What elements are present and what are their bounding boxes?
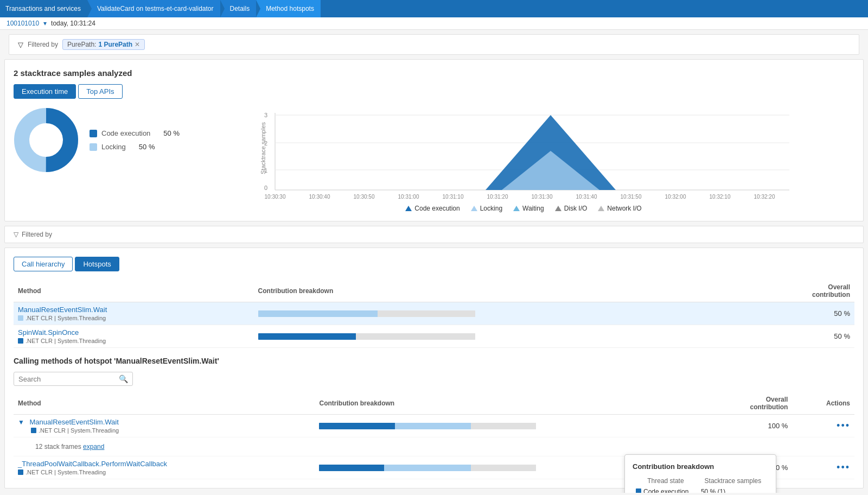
tooltip-row-1: Code execution 50 % (1) <box>634 487 767 493</box>
tooltip-col-state: Thread state <box>634 476 698 486</box>
filter-icon-2: ▽ <box>14 231 18 238</box>
legend-networkio-item: Network I/O <box>598 205 641 212</box>
tab-execution-time[interactable]: Execution time <box>14 84 76 99</box>
calling-meta-text-2: .NET CLR | System.Threading <box>25 469 106 475</box>
progress-bg-2 <box>258 333 475 340</box>
calling-col-actions: Actions <box>792 392 854 415</box>
legend-tri-code <box>405 206 412 211</box>
filter-close-btn[interactable]: ✕ <box>135 41 140 48</box>
calling-fill-blue-2 <box>319 465 384 471</box>
expand-link[interactable]: expand <box>83 443 104 450</box>
pct-cell-1: 50 % <box>808 302 854 325</box>
legend-label-locking: Locking <box>101 143 126 151</box>
svg-text:10:32:20: 10:32:20 <box>754 194 775 200</box>
table-tabs: Call hierarchy Hotspots <box>14 257 854 271</box>
analysis-title: 2 stacktrace samples analyzed <box>14 68 854 78</box>
breadcrumb-item-transactions[interactable]: Transactions and services <box>0 0 87 17</box>
svg-text:10:31:20: 10:31:20 <box>487 194 508 200</box>
legend-text-diskio: Disk I/O <box>564 205 588 212</box>
actions-dots-2[interactable]: ••• <box>837 462 850 473</box>
calling-method-name-1[interactable]: ManualResetEventSlim.Wait <box>30 418 119 426</box>
calling-fill-empty-1 <box>471 423 536 429</box>
progress-empty-2 <box>356 333 475 340</box>
stack-frames-count: 12 stack frames <box>35 443 83 450</box>
tab-top-apis[interactable]: Top APIs <box>78 84 122 99</box>
expand-toggle-1[interactable]: ▼ <box>18 418 24 426</box>
svg-text:10:32:10: 10:32:10 <box>710 194 731 200</box>
legend-tri-networkio <box>598 206 604 211</box>
analysis-card: 2 stacktrace samples analyzed Execution … <box>4 59 864 221</box>
pct-cell-2: 50 % <box>808 325 854 348</box>
legend-pct-locking: 50 % <box>139 143 155 151</box>
breadcrumb-item-details[interactable]: Details <box>220 0 257 17</box>
svg-text:10:30:30: 10:30:30 <box>265 194 286 200</box>
method-cell-1: ManualResetEventSlim.Wait .NET CLR | Sys… <box>14 302 254 325</box>
search-box[interactable]: 🔍 <box>14 372 133 386</box>
tab-hotspots[interactable]: Hotspots <box>75 257 119 271</box>
donut-chart <box>14 107 79 173</box>
legend-diskio-item: Disk I/O <box>555 205 588 212</box>
calling-col-contribution: Contribution breakdown <box>315 392 745 415</box>
calling-meta-dot-2 <box>18 469 23 475</box>
time-chart: 3 2 1 0 10:30:30 10:30:40 <box>193 107 854 200</box>
legend-text-waiting: Waiting <box>522 205 544 212</box>
legend-text-networkio: Network I/O <box>607 205 641 212</box>
progress-bar-2 <box>258 333 475 340</box>
legend-pct-code: 50 % <box>163 129 180 137</box>
donut-legend: Code execution 50 % Locking 50 % <box>90 129 180 151</box>
calling-actions-1: ••• <box>792 415 854 437</box>
method-name-2[interactable]: SpinWait.SpinOnce <box>18 328 250 337</box>
meta-dot-2 <box>18 338 23 344</box>
search-input[interactable] <box>18 375 119 383</box>
breadcrumb-item-hotspots[interactable]: Method hotspots <box>256 0 321 17</box>
donut-container: Code execution 50 % Locking 50 % <box>14 107 180 173</box>
filter-icon: ▽ <box>18 41 23 49</box>
filter-bar-1: ▽ Filtered by PurePath: 1 PurePath ✕ <box>9 34 859 55</box>
calling-meta-text-1: .NET CLR | System.Threading <box>39 427 119 434</box>
tooltip-label-1: Code execution <box>634 487 698 493</box>
breadcrumb-nav: Transactions and services ValidateCard o… <box>0 0 868 17</box>
col-method: Method <box>14 280 254 302</box>
progress-empty-1 <box>378 310 475 317</box>
actions-dots-1[interactable]: ••• <box>837 420 850 431</box>
search-icon: 🔍 <box>119 375 128 383</box>
breadcrumb-item-validatecard[interactable]: ValidateCard on testms-et-card-validator <box>87 0 220 17</box>
svg-text:10:31:40: 10:31:40 <box>576 194 597 200</box>
svg-point-2 <box>30 124 62 156</box>
trace-id[interactable]: 100101010 <box>7 20 39 27</box>
calling-method-cell-2: _ThreadPoolWaitCallback.PerformWaitCallb… <box>14 456 315 479</box>
expand-icon: ▾ <box>43 20 47 27</box>
svg-text:10:31:30: 10:31:30 <box>532 194 553 200</box>
progress-fill-light-1 <box>258 310 378 317</box>
tooltip-col-samples: Stacktrace samples <box>699 476 767 486</box>
chart-section: Code execution 50 % Locking 50 % 3 2 <box>14 107 854 212</box>
svg-text:10:31:50: 10:31:50 <box>621 194 642 200</box>
calling-meta-2: .NET CLR | System.Threading <box>18 469 310 475</box>
calling-fill-blue-1 <box>319 423 395 429</box>
method-meta-text-1: .NET CLR | System.Threading <box>25 315 106 321</box>
stack-frames-row: 12 stack frames expand <box>14 437 854 456</box>
svg-text:10:30:40: 10:30:40 <box>309 194 330 200</box>
method-name-1[interactable]: ManualResetEventSlim.Wait <box>18 306 250 314</box>
timestamp: today, 10:31:24 <box>51 20 95 27</box>
calling-fill-empty-2 <box>471 465 536 471</box>
legend-tri-diskio <box>555 206 561 211</box>
calling-progress-1 <box>319 423 536 429</box>
filter-chip-key: PurePath: <box>67 41 96 48</box>
calling-actions-2: ••• <box>792 456 854 479</box>
svg-text:10:32:00: 10:32:00 <box>665 194 686 200</box>
col-overall: Overall contribution <box>808 280 854 302</box>
calling-progress-2 <box>319 465 536 471</box>
legend-code-exec: Code execution <box>405 205 459 212</box>
sub-header: 100101010 ▾ today, 10:31:24 <box>0 17 868 30</box>
method-meta-1: .NET CLR | System.Threading <box>18 315 250 321</box>
filter-label-1: Filtered by <box>28 41 58 48</box>
calling-fill-light-1 <box>395 423 471 429</box>
filter-chip-value: 1 PurePath <box>98 41 132 48</box>
calling-method-name-2[interactable]: _ThreadPoolWaitCallback.PerformWaitCallb… <box>18 460 167 468</box>
table-section: Call hierarchy Hotspots Method Contribut… <box>4 248 864 488</box>
tooltip-table: Thread state Stacktrace samples Code exe… <box>633 475 768 493</box>
svg-text:10:31:10: 10:31:10 <box>443 194 464 200</box>
filter-label-2: Filtered by <box>22 231 52 238</box>
tab-call-hierarchy[interactable]: Call hierarchy <box>14 257 73 271</box>
